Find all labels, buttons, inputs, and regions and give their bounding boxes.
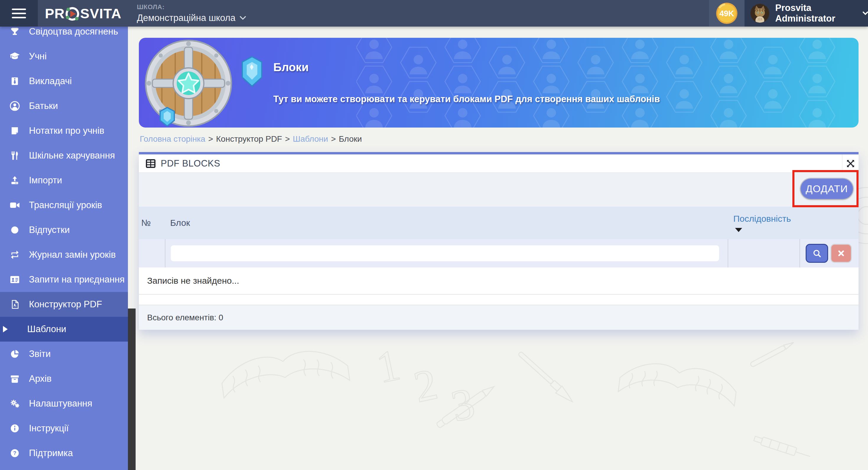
sidebar-item-teachers[interactable]: Викладачі [0, 69, 128, 94]
pie-chart-icon [8, 347, 21, 361]
sidebar-item-achievement-certificates[interactable]: Свідоцтва досягнень [0, 27, 128, 44]
sidebar-item-label: Запити на приєднання [29, 274, 125, 285]
breadcrumb-link-templates[interactable]: Шаблони [293, 134, 328, 144]
sidebar-item-join-requests[interactable]: Запити на приєднання [0, 267, 128, 292]
main-content: 1 2 3 [128, 27, 868, 470]
filter-cell-sequence [728, 239, 800, 267]
sidebar-item-label: Архів [29, 373, 52, 384]
search-button[interactable] [806, 244, 828, 263]
gears-icon [8, 397, 21, 410]
sidebar-item-instructions[interactable]: Інструкції [0, 416, 128, 441]
circle-icon [8, 224, 21, 236]
clear-filter-button[interactable] [831, 244, 852, 263]
utensils-icon [8, 149, 21, 162]
pdf-blocks-panel: PDF BLOCKS ДОДАТИ № Блок Послідовність [139, 152, 859, 330]
sidebar-item-students[interactable]: Учні [0, 44, 128, 69]
sidebar-item-lesson-substitutions[interactable]: Журнал замін уроків [0, 242, 128, 267]
svg-text:?: ? [13, 450, 17, 456]
question-icon: ? [8, 447, 21, 460]
graduation-cap-icon [8, 50, 21, 63]
user-menu[interactable]: Prosvita Administrator [745, 0, 868, 27]
sidebar-item-school-meals[interactable]: Шкільне харчування [0, 143, 128, 168]
sidebar-item-label: Інструкції [29, 423, 69, 434]
sidebar-item-reports[interactable]: Звіти [0, 342, 128, 366]
sidebar-item-label: Звіти [29, 349, 51, 359]
tie-icon [8, 75, 21, 88]
sidebar-item-imports[interactable]: Імпорти [0, 168, 128, 193]
sidebar-item-label: Батьки [29, 101, 58, 111]
table-icon [145, 158, 156, 169]
breadcrumb-link-home[interactable]: Головна сторінка [140, 134, 205, 144]
expand-panel-button[interactable] [842, 155, 859, 173]
svg-text:2: 2 [409, 359, 441, 411]
logo-text-pre: PR [45, 5, 65, 22]
prosvita-logo: PRSVITA [45, 5, 121, 22]
id-card-icon [8, 273, 21, 286]
table-header-row: № Блок Послідовність [139, 207, 859, 239]
sidebar-item-label: Шаблони [27, 324, 66, 335]
empty-table-row [139, 295, 859, 305]
sidebar-item-archive[interactable]: Архів [0, 366, 128, 391]
school-label: ШКОЛА: [137, 3, 246, 11]
chevron-down-icon [863, 11, 868, 15]
logo-text-post: SVITA [80, 5, 121, 22]
sidebar-item-pdf-constructor[interactable]: Конструктор PDF [0, 292, 128, 317]
upload-icon [8, 174, 21, 187]
sidebar-item-label: Підтримка [29, 448, 73, 459]
expand-arrows-icon [846, 159, 855, 168]
table-filter-row [139, 239, 859, 267]
sort-desc-icon[interactable] [735, 228, 742, 232]
avatar [750, 4, 769, 23]
archive-box-icon [8, 372, 21, 385]
hexagon-avatar-pattern [356, 38, 859, 128]
sidebar-item-label: Викладачі [29, 76, 72, 87]
note-icon [8, 124, 21, 137]
coins-badge[interactable]: 49K [709, 0, 745, 27]
sidebar-item-label: Журнал замін уроків [29, 249, 116, 260]
sidebar-item-templates[interactable]: Шаблони [0, 317, 128, 342]
filter-cell-number [139, 239, 165, 267]
total-count: Всього елементів: 0 [139, 305, 859, 330]
top-header-bar: PRSVITA ШКОЛА: Демонстраційна школа 49K [0, 0, 868, 27]
sidebar-item-vacations[interactable]: Відпустки [0, 217, 128, 242]
scrollbar-thumb[interactable] [128, 308, 135, 470]
sidebar-item-label: Відпустки [29, 225, 70, 235]
search-icon [812, 248, 822, 258]
sidebar-item-label: Налаштування [29, 398, 92, 409]
block-filter-input[interactable] [171, 245, 719, 261]
svg-text:49K: 49K [719, 9, 734, 18]
close-icon [837, 249, 845, 258]
sidebar-item-support[interactable]: ? Підтримка [0, 441, 128, 466]
app-root: 1 2 3 [0, 0, 868, 470]
sidebar-item-parents[interactable]: Батьки [0, 94, 128, 119]
panel-header: PDF BLOCKS [139, 155, 859, 173]
empty-message: Записів не знайдено... [139, 267, 859, 295]
breadcrumb-separator: > [331, 134, 336, 144]
menu-toggle-button[interactable] [0, 0, 38, 27]
filter-cell-block [165, 239, 728, 267]
trophy-icon [8, 27, 21, 38]
breadcrumb: Головна сторінка > Конструктор PDF > Шаб… [140, 134, 362, 144]
add-button[interactable]: ДОДАТИ [801, 179, 853, 199]
sidebar-item-label: Трансляції уроків [29, 200, 102, 210]
sidebar-item-label: Нотатки про учнів [29, 126, 104, 136]
sidebar-item-lesson-broadcasts[interactable]: Трансляції уроків [0, 193, 128, 217]
sidebar-item-label: Учні [29, 51, 47, 62]
sidebar: Свідоцтва досягнень Учні Викладачі Батьк… [0, 27, 128, 470]
column-header-block[interactable]: Блок [170, 218, 190, 228]
sidebar-item-label: Свідоцтва досягнень [29, 27, 118, 37]
sidebar-item-settings[interactable]: Налаштування [0, 391, 128, 416]
banner-title: Блоки [273, 61, 309, 74]
column-header-sequence[interactable]: Послідовність [733, 214, 800, 224]
page-banner: Блоки Тут ви можете створювати та керува… [139, 38, 859, 128]
coin-icon: 49K [716, 2, 738, 25]
sidebar-item-student-notes[interactable]: Нотатки про учнів [0, 119, 128, 143]
filter-actions-cell [800, 239, 859, 267]
school-selector[interactable]: ШКОЛА: Демонстраційна школа [137, 3, 246, 23]
column-header-number[interactable]: № [141, 218, 151, 228]
breadcrumb-separator: > [285, 134, 290, 144]
sidebar-item-label: Шкільне харчування [29, 150, 115, 161]
breadcrumb-item-constructor: Конструктор PDF [216, 134, 282, 144]
panel-toolbar: ДОДАТИ [139, 173, 859, 207]
panel-accent-strip [139, 152, 859, 155]
